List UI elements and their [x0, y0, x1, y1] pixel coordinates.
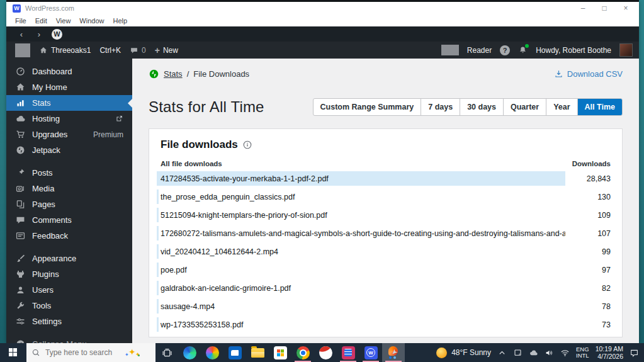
- menu-edit[interactable]: Edit: [31, 16, 51, 26]
- sidebar-item-comments[interactable]: Comments: [6, 212, 132, 228]
- task-view-button[interactable]: [155, 343, 178, 362]
- taskbar-app-store[interactable]: [269, 343, 291, 362]
- site-icon-placeholder[interactable]: [15, 43, 30, 57]
- clock[interactable]: 10:19 AM 4/7/2026: [596, 345, 623, 360]
- info-icon[interactable]: [242, 140, 252, 150]
- sidebar-item-pages[interactable]: Pages: [6, 196, 132, 212]
- taskbar-app-file-explorer[interactable]: [246, 343, 269, 362]
- reader-link[interactable]: Reader: [467, 46, 492, 55]
- tab-30-days[interactable]: 30 days: [460, 99, 503, 115]
- sidebar-item-media[interactable]: Media: [6, 181, 132, 196]
- onedrive-cloud-icon[interactable]: [529, 348, 538, 358]
- tab-7-days[interactable]: 7 days: [421, 99, 460, 115]
- taskbar-app-active[interactable]: ➤: [382, 343, 405, 362]
- table-row[interactable]: poe.pdf 97: [157, 263, 611, 277]
- help-icon[interactable]: ?: [500, 45, 510, 55]
- minimize-button[interactable]: –: [572, 3, 594, 14]
- tab-custom-range-summary[interactable]: Custom Range Summary: [314, 99, 421, 115]
- table-row[interactable]: wp-1733535253158.pdf 73: [157, 317, 611, 332]
- sidebar-label: Dashboard: [32, 67, 72, 76]
- sidebar-item-posts[interactable]: Posts: [6, 165, 132, 181]
- sidebar-item-collapse-menu[interactable]: Collapse Menu: [6, 336, 132, 343]
- tray-chevron-up-icon[interactable]: [497, 348, 507, 358]
- breadcrumb-stats-link[interactable]: Stats: [164, 69, 183, 79]
- maximize-button[interactable]: □: [594, 3, 615, 14]
- download-count: 82: [565, 284, 611, 293]
- download-csv-link[interactable]: Download CSV: [554, 69, 623, 79]
- taskbar-search[interactable]: ✦✦✦: [26, 343, 155, 362]
- sidebar-item-stats[interactable]: Stats: [6, 95, 132, 111]
- pushpin-icon: [15, 167, 26, 178]
- menu-file[interactable]: File: [11, 16, 30, 26]
- download-count: 99: [565, 247, 611, 256]
- taskbar-app-santa[interactable]: [314, 343, 337, 362]
- red-app-icon: [342, 346, 355, 359]
- weather-widget[interactable]: 48°F Sunny: [436, 348, 491, 358]
- file-name: galdrabok-an-icelandic-grimoire-1.pdf: [157, 284, 291, 293]
- language-indicator[interactable]: ENG INTL: [576, 346, 589, 359]
- sidebar-item-jetpack[interactable]: Jetpack: [6, 142, 132, 158]
- howdy-account[interactable]: Howdy, Robert Boothe: [536, 46, 611, 55]
- sidebar-label: Upgrades: [32, 130, 67, 139]
- cart-icon: [15, 129, 26, 140]
- sidebar-item-tools[interactable]: Tools: [6, 298, 132, 314]
- sidebar-item-dashboard[interactable]: Dashboard: [6, 64, 132, 79]
- table-row[interactable]: sausage-4.mp4 78: [157, 299, 611, 314]
- start-button[interactable]: [0, 343, 26, 362]
- feedback-form-icon: [15, 230, 26, 241]
- admin-bar-site[interactable]: Threeoaks1: [39, 46, 91, 55]
- sidebar-item-plugins[interactable]: Plugins: [6, 266, 132, 282]
- table-row[interactable]: vid_20240412_104612644-2.mp4 99: [157, 244, 611, 259]
- chrome-icon: [297, 346, 310, 359]
- taskbar-app-chrome[interactable]: [291, 343, 314, 362]
- sidebar-item-feedback[interactable]: Feedback: [6, 228, 132, 244]
- avatar[interactable]: [619, 43, 633, 57]
- menu-window[interactable]: Window: [76, 16, 108, 26]
- back-icon[interactable]: ‹: [14, 30, 29, 39]
- wifi-icon[interactable]: [560, 348, 570, 358]
- taskbar-app-red[interactable]: [337, 343, 359, 362]
- search-input[interactable]: [45, 348, 120, 357]
- sidebar-item-my-home[interactable]: My Home: [6, 79, 132, 95]
- sidebar-item-upgrades[interactable]: Upgrades Premium: [6, 127, 132, 142]
- taskbar-app-outlook[interactable]: [223, 343, 246, 362]
- taskbar-app-wordpress[interactable]: W: [359, 343, 382, 362]
- forward-icon[interactable]: ›: [31, 30, 47, 39]
- tab-year[interactable]: Year: [546, 99, 577, 115]
- titlebar[interactable]: W WordPress.com – □ ×: [6, 2, 639, 14]
- table-row[interactable]: 51215094-knight-templars-the-priory-of-s…: [157, 208, 611, 222]
- tray-device-icon[interactable]: [513, 348, 523, 358]
- table-row[interactable]: 172680272-talismans-amulets-and-magical-…: [157, 226, 611, 240]
- table-row[interactable]: the_prose_edda_penguin_classics.pdf 130: [157, 189, 611, 204]
- action-center-icon[interactable]: [630, 348, 639, 358]
- sidebar-item-appearance[interactable]: Appearance: [6, 251, 132, 266]
- admin-bar-new[interactable]: + New: [155, 46, 178, 55]
- sidebar-item-hosting[interactable]: Hosting: [6, 111, 132, 127]
- close-button[interactable]: ×: [615, 3, 636, 14]
- taskbar-app-edge[interactable]: [178, 343, 201, 362]
- wordpress-logo-icon[interactable]: W: [52, 29, 62, 40]
- wordpress-app-icon: W: [13, 4, 21, 13]
- download-count: 28,843: [565, 174, 611, 183]
- premium-badge: Premium: [93, 130, 123, 139]
- sidebar-item-settings[interactable]: Settings: [6, 314, 132, 329]
- volume-icon[interactable]: [545, 348, 554, 358]
- table-row[interactable]: galdrabok-an-icelandic-grimoire-1.pdf 82: [157, 281, 611, 295]
- tab-all-time[interactable]: All Time: [577, 99, 622, 115]
- command-shortcut[interactable]: Ctrl+K: [99, 46, 121, 55]
- sidebar-label: Comments: [32, 215, 72, 225]
- reader-icon-placeholder[interactable]: [441, 45, 459, 55]
- tab-quarter[interactable]: Quarter: [503, 99, 546, 115]
- file-name: 172680272-talismans-amulets-and-magical-…: [157, 229, 565, 238]
- notifications-bell-icon[interactable]: [518, 45, 528, 55]
- sidebar-item-users[interactable]: Users: [6, 282, 132, 298]
- collapse-icon: [15, 339, 26, 343]
- outlook-icon: [229, 346, 242, 359]
- admin-bar-comments[interactable]: 0: [130, 46, 146, 55]
- taskbar-app-copilot[interactable]: [201, 343, 223, 362]
- weather-text: 48°F Sunny: [451, 348, 491, 357]
- table-row[interactable]: 417284535-activate-your-merkaba-1-1-pdf-…: [157, 171, 611, 186]
- new-label: New: [163, 46, 178, 55]
- menu-help[interactable]: Help: [109, 16, 131, 26]
- menu-view[interactable]: View: [52, 16, 75, 26]
